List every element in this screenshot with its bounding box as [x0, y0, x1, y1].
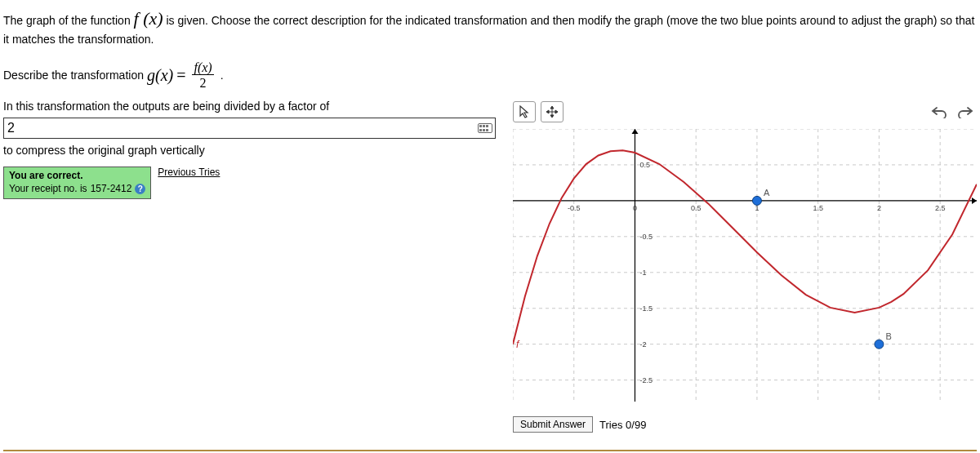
- describe-row: Describe the transformation g(x) = f(x) …: [3, 59, 977, 91]
- feedback-line2-pre: Your receipt no. is: [9, 183, 87, 196]
- svg-text:A: A: [764, 188, 770, 198]
- answer-input[interactable]: [3, 118, 496, 139]
- tries-text: Tries 0/99: [599, 419, 646, 431]
- redo-button[interactable]: [954, 101, 977, 122]
- feedback-line1: You are correct.: [9, 170, 145, 183]
- svg-text:2: 2: [877, 204, 881, 212]
- fraction-num: f(x): [192, 61, 213, 75]
- previous-tries-link[interactable]: Previous Tries: [158, 167, 220, 178]
- feedback-box: You are correct. Your receipt no. is 157…: [3, 167, 151, 198]
- svg-text:-2.5: -2.5: [639, 376, 653, 384]
- bottom-rule: [3, 450, 977, 451]
- svg-text:-2: -2: [639, 340, 646, 349]
- svg-text:0: 0: [633, 204, 637, 212]
- svg-point-32: [752, 196, 761, 205]
- pointer-tool-button[interactable]: [513, 101, 536, 122]
- graph-panel: -0.500.511.522.50.5-0.5-1-1.5-2-2.5fAB S…: [513, 100, 977, 433]
- svg-text:0.5: 0.5: [691, 204, 702, 212]
- svg-text:B: B: [885, 331, 891, 341]
- plot-area[interactable]: -0.500.511.522.50.5-0.5-1-1.5-2-2.5fAB: [513, 129, 977, 402]
- describe-pre: Describe the transformation: [3, 69, 144, 82]
- svg-text:-0.5: -0.5: [639, 233, 653, 241]
- instr-pre: The graph of the function: [3, 14, 134, 27]
- svg-text:-0.5: -0.5: [568, 204, 581, 212]
- svg-marker-17: [972, 198, 977, 204]
- help-icon[interactable]: ?: [135, 184, 145, 194]
- keyboard-icon[interactable]: [478, 123, 492, 133]
- equals: =: [176, 66, 185, 85]
- submit-answer-button[interactable]: Submit Answer: [513, 416, 593, 433]
- graph-toolbar: [513, 100, 977, 124]
- period: .: [220, 69, 224, 82]
- instructions: The graph of the function f (x) is given…: [3, 7, 977, 47]
- svg-text:-1: -1: [639, 269, 646, 277]
- fraction-den: 2: [192, 75, 213, 90]
- svg-point-34: [875, 340, 884, 349]
- svg-text:1.5: 1.5: [813, 204, 823, 212]
- svg-text:-1.5: -1.5: [639, 304, 653, 313]
- gx-symbol: g(x): [147, 66, 173, 85]
- svg-text:2.5: 2.5: [935, 204, 946, 212]
- fx-symbol: f (x): [134, 8, 163, 29]
- svg-marker-16: [631, 129, 638, 134]
- feedback-receipt: 157-2412: [91, 183, 132, 196]
- undo-button[interactable]: [928, 101, 951, 122]
- answer-input-wrap: [3, 118, 496, 139]
- svg-text:0.5: 0.5: [639, 161, 650, 169]
- fraction: f(x) 2: [192, 61, 213, 90]
- move-tool-button[interactable]: [541, 101, 564, 122]
